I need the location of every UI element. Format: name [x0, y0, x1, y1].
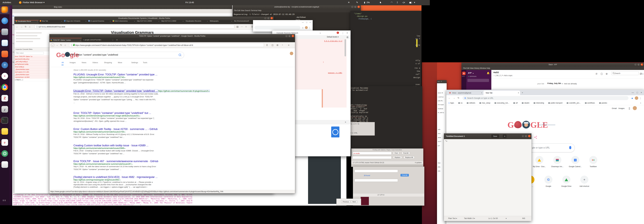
library-icon[interactable]: ⫼ — [266, 44, 268, 46]
dock-libreoffice-writer[interactable] — [2, 40, 8, 46]
tray-bird-icon[interactable]: ♞ — [380, 1, 381, 4]
back-button[interactable]: ← — [448, 97, 450, 99]
gedit-window-buttons[interactable]: –◻× — [521, 135, 530, 137]
dock-evince[interactable]: e — [2, 139, 8, 146]
page-actions-icon[interactable]: ⋯ — [241, 25, 243, 28]
notes-tray-icon[interactable]: ✎ — [356, 1, 358, 4]
tile-add-shortcut[interactable]: + — [580, 176, 588, 184]
tile-google-drive[interactable] — [562, 176, 570, 184]
result-url[interactable]: https://github.com/DiemenDesign/summerno… — [74, 115, 154, 117]
doodle-share-icon[interactable] — [534, 136, 537, 139]
slack-channel-meta[interactable]: ☆ | 56 | 2 | ✎ Add a topic — [493, 74, 512, 76]
bookmark-folder[interactable]: os — [458, 102, 462, 104]
show-applications-button[interactable]: ⠿⠿ — [2, 200, 7, 205]
bookmark-folder[interactable]: pandoc — [599, 102, 607, 104]
clock[interactable]: Fri 13:45 — [186, 1, 194, 3]
battery-icon[interactable] — [410, 2, 412, 3]
tab-all[interactable]: All — [62, 61, 64, 65]
replace-input[interactable] — [352, 156, 392, 159]
chrome-minimize[interactable]: — — [302, 21, 304, 23]
mic-icon[interactable] — [569, 146, 571, 149]
bookmark-apps[interactable]: ⣿ Apps — [448, 102, 454, 104]
dock-atom[interactable] — [2, 150, 8, 157]
dock-lyx[interactable]: χ — [2, 106, 8, 113]
result-title[interactable]: Error: TOOLTIP: Option "container" provi… — [74, 112, 154, 115]
dock-terminal[interactable]: >_ — [2, 117, 8, 124]
gedit-text[interactable]: "> — [445, 140, 447, 142]
tile-towwarn[interactable]: ●● — [589, 156, 597, 164]
bluetooth-icon[interactable]: ᛒ — [397, 1, 398, 3]
devtools-kebab-icon[interactable]: ⋮ — [342, 32, 344, 34]
reload-button[interactable]: ↻ — [60, 44, 62, 46]
slack-user-presence[interactable]: ● simmons — [468, 75, 476, 77]
chrome-tab-gmail[interactable]: M Inbox - anjsimmo@gmail.× — [448, 91, 483, 95]
tab-close-icon[interactable]: × — [518, 92, 519, 94]
gmail-link[interactable]: Gmail — [612, 107, 617, 109]
dock-firefox[interactable] — [2, 6, 8, 13]
bookmark-folder[interactable]: afl — [513, 102, 518, 104]
terminal-menubar[interactable]: File Edit View Search Terminal Help — [232, 9, 361, 12]
chrome-maximize[interactable]: □ — [636, 91, 638, 94]
chrome-addressbar[interactable]: G Search Google or type a URL — [462, 96, 628, 100]
dock-gedit[interactable] — [2, 161, 8, 168]
slack-date-divider[interactable]: Friday, July 5th ⌄ — [548, 82, 563, 84]
reload-button[interactable]: ↻ — [25, 25, 26, 28]
result-url[interactable]: https://github.com/mgcrea/angular-strap/… — [74, 179, 158, 181]
replace-all-button[interactable]: Replace All — [404, 156, 414, 159]
chrome-left-addressbar[interactable] — [254, 26, 300, 29]
dock-files[interactable] — [2, 28, 8, 35]
tab-shopping[interactable]: Shopping — [104, 61, 112, 64]
dock-chrome[interactable] — [2, 84, 8, 90]
forward-button[interactable]: → — [56, 44, 58, 46]
apps-grid-icon[interactable]: ⣿ — [628, 107, 630, 110]
chrome-minimize[interactable]: — — [632, 91, 634, 94]
tab-more[interactable]: More — [118, 61, 122, 64]
result-title[interactable]: Error: Custom Button with Tooltip · Issu… — [74, 128, 158, 131]
forward-button[interactable]: → — [20, 25, 22, 28]
tab-google-search[interactable]: TOOLTIP: Option "conten× — [50, 38, 82, 42]
reload-button[interactable]: ↻ — [458, 97, 460, 99]
tab-localhost-2[interactable]: http://127.0.0.1:4000/× — [160, 20, 184, 24]
slack-search-input[interactable]: Search — [611, 71, 639, 75]
slack-menubar[interactable]: File Edit View History Window Help — [462, 66, 644, 70]
tile-clearways[interactable] — [553, 156, 561, 164]
google-doodle[interactable]: GGLE — [508, 121, 548, 129]
slack-settings-icon[interactable]: ⚙ — [606, 72, 608, 75]
tab-localhost-1[interactable]: http://127.0.0.1:4000/× — [136, 20, 160, 24]
chrome-tab-newtab[interactable]: New Tab× — [484, 91, 520, 95]
devtools-filter-input[interactable]: Filter output — [15, 52, 44, 54]
tile-calendar[interactable]: 5 — [571, 156, 579, 164]
gedit-tabwidth-selector[interactable]: Tab Width: 8 ▾ — [464, 218, 475, 220]
chrome-maximize[interactable]: □ — [306, 21, 307, 23]
result-url[interactable]: https://github.com/summernote/summernote… — [74, 147, 154, 149]
devtools-win-tabs[interactable]: Console Sources Network — [276, 32, 298, 34]
slack-call-icon[interactable]: ✆ — [596, 72, 598, 75]
home-button[interactable]: ⌂ — [64, 44, 66, 46]
tab-layered-grammar[interactable]: A Layered Gramma× — [87, 20, 112, 24]
devtools-more-tabs[interactable]: » — [320, 32, 321, 34]
chrome-menu-icon[interactable]: ⋮ — [308, 26, 311, 29]
tools-button[interactable]: Tools — [143, 61, 147, 64]
dock-thunderbird[interactable] — [2, 17, 8, 24]
tab-vega-lite[interactable]: Vega-Lite: A Gramm× — [63, 20, 88, 24]
devtools-levels-dropdown[interactable]: Default levels ▾ — [327, 36, 338, 38]
previous-button[interactable]: Previous — [341, 201, 350, 203]
bookmark-folder[interactable]: mac_setup — [480, 102, 490, 104]
tile-my-drive[interactable] — [535, 156, 544, 164]
gedit-language-selector[interactable]: Plain Text ▾ — [448, 218, 457, 220]
next-button[interactable]: Next — [351, 201, 357, 203]
bookmark-folder[interactable]: deakin — [522, 102, 529, 104]
slack-more-icon[interactable]: ⋮ — [644, 72, 644, 75]
bookmark-folder[interactable]: public transport — [548, 102, 562, 104]
chrome-close[interactable]: × — [641, 91, 642, 94]
tab-close-icon[interactable]: × — [481, 92, 482, 94]
library-icon[interactable]: ⫼ — [252, 25, 252, 28]
devtools-close-icon[interactable]: × — [346, 32, 348, 34]
tab-google-redirect[interactable]: ●google.com/url?sa=t&rc× — [82, 38, 114, 42]
devtools-tabs[interactable]: Inspector Console Debu — [14, 47, 49, 51]
app-menu[interactable]: Firefox Web Browser ▾ — [23, 1, 44, 4]
url-bar-vismodel[interactable]: ⓘ 127.0.0.1:4000/2019/07/vis.html — [34, 25, 234, 28]
result-url[interactable]: https://github.com/summernote/summernote… — [74, 76, 158, 78]
result-url[interactable]: https://github.com/summernote/awesome-su… — [74, 163, 158, 165]
system-menu-chevron[interactable]: ▾ — [414, 1, 415, 4]
